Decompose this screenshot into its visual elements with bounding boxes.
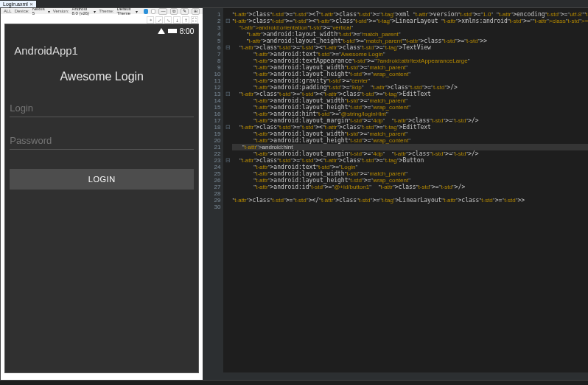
status-bar: 8:00 [5,24,198,38]
tool-icon[interactable]: ⤒ [182,16,189,24]
theme-label: Theme: [99,9,113,13]
designer-toolbar: ALL Device: Nexus 5 ▾ Version: Android 8… [1,8,203,14]
chevron-down-icon[interactable]: ▾ [136,9,138,14]
tool-icon[interactable]: ⤓ [173,16,181,24]
device-preview[interactable]: 8:00 AndroidApp1 Awesome Login LOGIN [5,24,198,372]
orientation-landscape-toggle[interactable] [151,9,155,14]
designer-canvas[interactable]: ⌖ ⤢ ⤡ ⤓ ⤒ ⛶ 8:00 AndroidApp1 Awesome Log… [1,14,203,380]
tab-label: Login.axml [3,1,28,7]
fold-column: ⊟⊟⊟⊟⊟ [225,11,231,210]
clock-text: 8:00 [180,27,194,35]
tool-icon[interactable]: ⤡ [164,16,172,24]
phone-body: Awesome Login LOGIN [5,63,198,372]
editor-status-strip: 14 : 6 100 % ★ [203,372,588,380]
tab-login-axml[interactable]: Login.axml ✕ [0,1,36,7]
close-icon[interactable]: ✕ [29,1,33,7]
tool-icon[interactable]: ⤢ [155,16,163,24]
tool-icon[interactable]: ⌖ [147,16,154,24]
designer-pane: ALL Device: Nexus 5 ▾ Version: Android 8… [1,8,203,380]
code-editor-pane: 1234567891011121314151617181920212223242… [203,8,588,380]
login-button[interactable]: LOGIN [10,169,194,190]
chevron-down-icon[interactable]: ▾ [94,9,96,14]
password-input[interactable] [10,132,194,150]
version-label: Version: [53,9,69,13]
chevron-down-icon[interactable]: ▾ [48,9,50,14]
login-input[interactable] [10,100,194,117]
battery-icon [168,29,177,33]
line-gutter: 1234567891011121314151617181920212223242… [203,8,223,380]
tool-icon[interactable]: ⛶ [191,16,198,24]
alt-layout-label[interactable]: ALL [4,9,12,13]
zoom-toolstrip: ⌖ ⤢ ⤡ ⤓ ⤒ ⛶ [147,16,198,24]
orientation-portrait-toggle[interactable] [144,9,148,14]
device-label: Device: [15,9,29,13]
app-title: AndroidApp1 [14,44,78,57]
heading-text: Awesome Login [10,70,194,83]
app-bar: AndroidApp1 [5,38,198,63]
code-editor[interactable]: "t-attr">class"t-std">="t-std"><?"t-attr… [223,8,588,380]
wifi-icon [158,28,165,34]
